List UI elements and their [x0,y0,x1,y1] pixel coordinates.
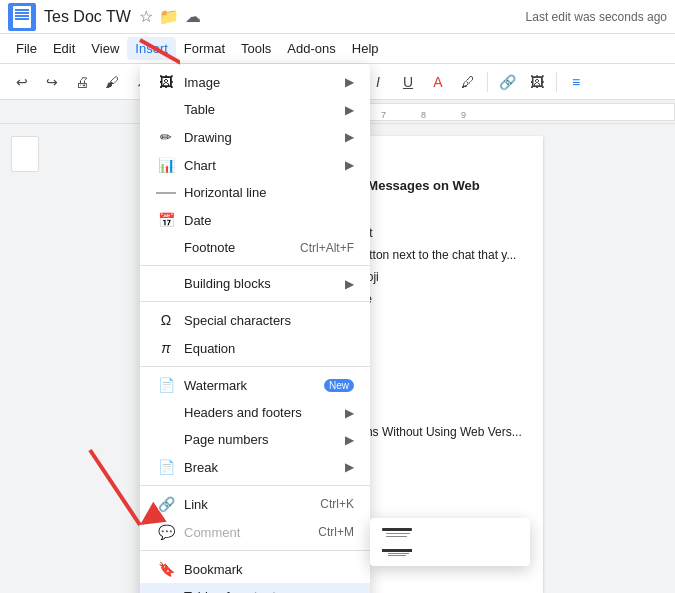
toolbar-sep-5 [556,72,557,92]
link-menu-icon: 🔗 [156,496,176,512]
menu-insert[interactable]: Insert [127,37,176,60]
image-arrow-icon: ▶ [345,75,354,89]
doc-app-icon [8,3,36,31]
menu-file[interactable]: File [8,37,45,60]
date-menu-icon: 📅 [156,212,176,228]
bookmark-menu-icon: 🔖 [156,561,176,577]
menu-item-building-blocks-label: Building blocks [184,276,341,291]
equation-menu-icon: π [156,340,176,356]
menu-item-special-chars[interactable]: Ω Special characters [140,306,370,334]
menu-item-equation-label: Equation [184,341,354,356]
menu-item-table[interactable]: Table ▶ [140,96,370,123]
menu-item-hr[interactable]: Horizontal line [140,179,370,206]
menu-item-headers-footers-label: Headers and footers [184,405,341,420]
menu-item-comment-label: Comment [184,525,310,540]
highlight-button[interactable]: 🖊 [454,68,482,96]
document-title[interactable]: Tes Doc TW [44,8,131,26]
menu-item-bookmark[interactable]: 🔖 Bookmark [140,555,370,583]
page-thumbnail [11,136,39,172]
menu-addons[interactable]: Add-ons [279,37,343,60]
menu-item-break-label: Break [184,460,341,475]
toc-plain-icon [382,528,412,537]
menu-item-break[interactable]: 📄 Break ▶ [140,453,370,481]
menu-item-comment: 💬 Comment Ctrl+M [140,518,370,546]
menu-item-chart-label: Chart [184,158,341,173]
watermark-new-badge: New [324,379,354,392]
toc-dotted-icon [382,549,412,556]
star-icon[interactable]: ☆ [139,7,153,26]
menu-item-headers-footers[interactable]: Headers and footers ▶ [140,399,370,426]
menu-item-watermark-label: Watermark [184,378,316,393]
left-sidebar [0,124,50,593]
menu-item-special-chars-label: Special characters [184,313,354,328]
folder-icon[interactable]: 📁 [159,7,179,26]
menu-item-image-label: Image [184,75,341,90]
menu-item-footnote[interactable]: Footnote Ctrl+Alt+F [140,234,370,261]
toc-dotted-style[interactable] [370,543,530,562]
toolbar-sep-4 [487,72,488,92]
page-numbers-arrow-icon: ▶ [345,433,354,447]
drawing-menu-icon: ✏ [156,129,176,145]
menu-item-drawing-label: Drawing [184,130,341,145]
menu-format[interactable]: Format [176,37,233,60]
menu-divider-2 [140,301,370,302]
toc-plain-style[interactable] [370,522,530,543]
image-toolbar-button[interactable]: 🖼 [523,68,551,96]
menu-item-hr-label: Horizontal line [184,185,354,200]
special-chars-menu-icon: Ω [156,312,176,328]
menu-bar: File Edit View Insert Format Tools Add-o… [0,34,675,64]
redo-button[interactable]: ↪ [38,68,66,96]
menu-item-image[interactable]: 🖼 Image ▶ [140,68,370,96]
menu-view[interactable]: View [83,37,127,60]
menu-item-page-numbers[interactable]: Page numbers ▶ [140,426,370,453]
menu-divider-5 [140,550,370,551]
paintformat-button[interactable]: 🖌 [98,68,126,96]
print-button[interactable]: 🖨 [68,68,96,96]
break-menu-icon: 📄 [156,459,176,475]
drawing-arrow-icon: ▶ [345,130,354,144]
menu-item-link[interactable]: 🔗 Link Ctrl+K [140,490,370,518]
menu-item-toc[interactable]: Table of contents ▶ [140,583,370,593]
break-arrow-icon: ▶ [345,460,354,474]
footnote-shortcut: Ctrl+Alt+F [300,241,354,255]
watermark-menu-icon: 📄 [156,377,176,393]
menu-divider-3 [140,366,370,367]
menu-item-equation[interactable]: π Equation [140,334,370,362]
color-button[interactable]: A [424,68,452,96]
menu-item-bookmark-label: Bookmark [184,562,354,577]
last-edit-text: Last edit was seconds ago [526,10,667,24]
menu-item-page-numbers-label: Page numbers [184,432,341,447]
link-button[interactable]: 🔗 [493,68,521,96]
menu-item-building-blocks[interactable]: Building blocks ▶ [140,270,370,297]
chart-arrow-icon: ▶ [345,158,354,172]
menu-edit[interactable]: Edit [45,37,83,60]
headers-footers-arrow-icon: ▶ [345,406,354,420]
link-shortcut: Ctrl+K [320,497,354,511]
menu-tools[interactable]: Tools [233,37,279,60]
menu-item-link-label: Link [184,497,312,512]
toc-arrow-icon: ▶ [345,590,354,594]
menu-item-watermark[interactable]: 📄 Watermark New [140,371,370,399]
title-icons: ☆ 📁 ☁ [139,7,201,26]
menu-divider-1 [140,265,370,266]
underline-button[interactable]: U [394,68,422,96]
chart-menu-icon: 📊 [156,157,176,173]
menu-item-footnote-label: Footnote [184,240,292,255]
cloud-icon[interactable]: ☁ [185,7,201,26]
toc-submenu [370,518,530,566]
undo-button[interactable]: ↩ [8,68,36,96]
menu-divider-4 [140,485,370,486]
align-button[interactable]: ≡ [562,68,590,96]
image-menu-icon: 🖼 [156,74,176,90]
title-bar: Tes Doc TW ☆ 📁 ☁ Last edit was seconds a… [0,0,675,34]
menu-help[interactable]: Help [344,37,387,60]
menu-item-drawing[interactable]: ✏ Drawing ▶ [140,123,370,151]
menu-item-date[interactable]: 📅 Date [140,206,370,234]
menu-item-chart[interactable]: 📊 Chart ▶ [140,151,370,179]
table-arrow-icon: ▶ [345,103,354,117]
building-blocks-arrow-icon: ▶ [345,277,354,291]
menu-item-table-label: Table [184,102,341,117]
comment-menu-icon: 💬 [156,524,176,540]
menu-item-date-label: Date [184,213,354,228]
menu-item-toc-label: Table of contents [184,589,341,593]
